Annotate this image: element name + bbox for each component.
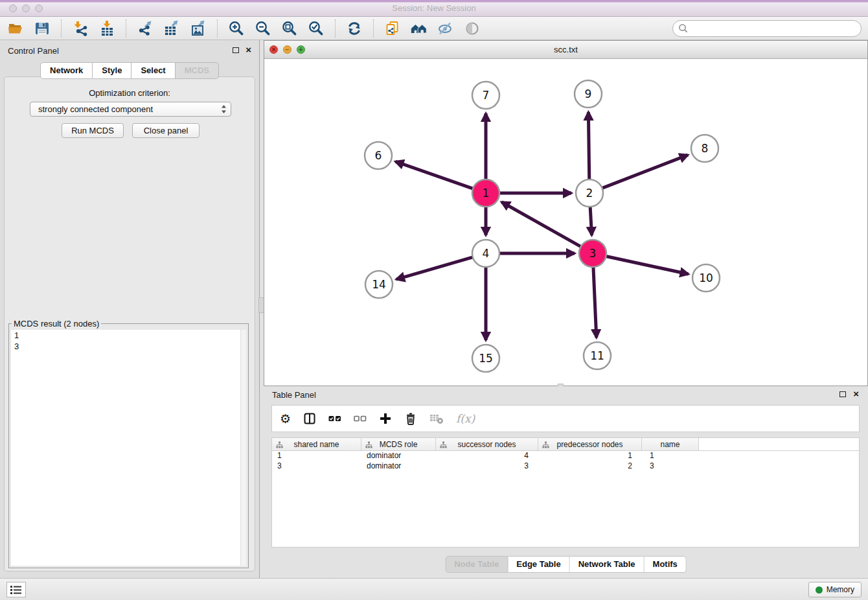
mcds-result-legend: MCDS result (2 nodes): [12, 319, 101, 329]
memory-button[interactable]: Memory: [808, 582, 862, 597]
function-builder-icon: f(x): [456, 412, 475, 425]
edge-3-1[interactable]: [501, 202, 580, 247]
tab-node-table[interactable]: Node Table: [445, 556, 508, 573]
mcds-result-item: 1: [11, 330, 246, 341]
column-label: shared name: [293, 440, 339, 449]
tab-select[interactable]: Select: [131, 62, 175, 79]
graph-node-label-1: 1: [483, 187, 490, 200]
result-scrollbar[interactable]: [240, 330, 246, 566]
run-mcds-button[interactable]: Run MCDS: [62, 123, 124, 138]
tab-motifs[interactable]: Motifs: [645, 556, 687, 573]
table-panel-tabs: Node Table Edge Table Network Table Moti…: [445, 556, 687, 573]
cell-predecessor-nodes[interactable]: 2: [538, 461, 642, 472]
open-session-icon[interactable]: [6, 19, 25, 38]
export-network-icon[interactable]: [136, 19, 154, 38]
tab-edge-table[interactable]: Edge Table: [508, 556, 569, 573]
float-panel-icon[interactable]: [233, 47, 239, 53]
cell-mcds-role[interactable]: dominator: [361, 461, 436, 472]
table-toolbar: ⚙: [271, 405, 860, 432]
status-bar: Memory: [0, 578, 868, 600]
close-panel-icon[interactable]: ×: [246, 45, 251, 54]
cell-shared-name[interactable]: 3: [272, 461, 361, 472]
save-session-icon[interactable]: [33, 19, 51, 38]
home-icon[interactable]: [410, 19, 428, 38]
criterion-value: strongly connected component: [38, 104, 221, 114]
edge-3-10[interactable]: [606, 256, 689, 274]
tab-style[interactable]: Style: [93, 62, 131, 79]
edge-4-14[interactable]: [396, 257, 473, 279]
toolbar-separator: [126, 19, 126, 38]
table-row[interactable]: 1 dominator 4 1 1: [272, 451, 859, 461]
graph-node-label-4: 4: [483, 247, 490, 260]
import-table-icon[interactable]: [98, 19, 116, 38]
import-network-icon[interactable]: [71, 19, 89, 38]
column-header-shared-name[interactable]: shared name: [272, 438, 361, 450]
edge-2-8[interactable]: [602, 155, 688, 188]
graph-node-label-14: 14: [372, 278, 386, 291]
tab-mcds[interactable]: MCDS: [176, 62, 219, 79]
toolbar-separator: [335, 19, 336, 38]
table-settings-icon[interactable]: ⚙: [280, 412, 291, 425]
export-image-icon[interactable]: [189, 19, 207, 38]
cell-shared-name[interactable]: 1: [272, 451, 361, 461]
network-window-title: scc.txt: [264, 45, 867, 54]
column-label: MCDS role: [380, 440, 418, 449]
network-canvas[interactable]: 1234678910111415: [264, 59, 867, 386]
task-history-button[interactable]: [6, 582, 26, 597]
graph-node-label-10: 10: [699, 271, 713, 284]
main-toolbar: [0, 17, 868, 40]
zoom-fit-icon[interactable]: [280, 19, 299, 38]
delete-column-icon[interactable]: [404, 412, 417, 426]
memory-label: Memory: [827, 585, 854, 594]
create-column-icon[interactable]: [379, 412, 392, 425]
hide-panels-icon[interactable]: [437, 19, 455, 38]
zoom-in-icon[interactable]: [227, 19, 246, 38]
close-panel-button[interactable]: Close panel: [132, 123, 200, 138]
cell-successor-nodes[interactable]: 3: [436, 461, 538, 472]
zoom-selected-icon[interactable]: [307, 19, 325, 38]
toolbar-separator: [61, 19, 62, 38]
cell-predecessor-nodes[interactable]: 1: [538, 451, 642, 461]
hierarchy-icon: [365, 441, 372, 448]
graph-node-label-8: 8: [702, 142, 709, 155]
search-input[interactable]: [689, 22, 861, 35]
select-all-columns-icon[interactable]: [328, 414, 341, 423]
edge-1-6[interactable]: [395, 161, 473, 189]
optimization-criterion-label: Optimization criterion:: [5, 88, 255, 98]
criterion-select[interactable]: strongly connected component: [30, 102, 231, 117]
app-title: Session: New Session: [0, 3, 868, 13]
hierarchy-icon: [276, 441, 283, 448]
show-columns-icon[interactable]: [303, 412, 316, 425]
cell-successor-nodes[interactable]: 4: [436, 451, 538, 461]
zoom-out-icon[interactable]: [254, 19, 272, 38]
refresh-icon[interactable]: [345, 19, 363, 38]
contrast-icon[interactable]: [463, 19, 481, 38]
column-label: name: [660, 440, 680, 449]
tab-network-table[interactable]: Network Table: [570, 556, 645, 573]
column-header-successor-nodes[interactable]: successor nodes: [436, 438, 538, 450]
edge-2-3[interactable]: [590, 207, 591, 235]
column-header-mcds-role[interactable]: MCDS role: [361, 438, 436, 450]
cell-mcds-role[interactable]: dominator: [361, 451, 436, 461]
edge-2-9[interactable]: [588, 112, 589, 179]
export-table-icon[interactable]: [163, 19, 181, 38]
network-graph-svg[interactable]: 1234678910111415: [264, 59, 867, 386]
column-header-predecessor-nodes[interactable]: predecessor nodes: [538, 438, 642, 450]
edge-3-11[interactable]: [593, 267, 597, 338]
deselect-all-columns-icon[interactable]: [354, 414, 367, 423]
cell-name[interactable]: 1: [642, 451, 699, 461]
duplicate-network-icon[interactable]: [383, 19, 402, 38]
mcds-tab-content: Optimization criterion: strongly connect…: [4, 76, 255, 571]
search-box[interactable]: [672, 20, 862, 37]
column-header-name[interactable]: name: [642, 438, 699, 450]
table-header-row: shared name MCDS role: [272, 438, 859, 451]
graph-node-label-15: 15: [479, 352, 493, 365]
float-table-panel-icon[interactable]: [839, 391, 846, 397]
cell-name[interactable]: 3: [642, 461, 699, 472]
table-row[interactable]: 3 dominator 3 2 3: [272, 461, 859, 472]
hierarchy-icon: [440, 441, 447, 448]
network-window-titlebar[interactable]: × − + scc.txt: [264, 41, 867, 59]
mcds-result-list[interactable]: 1 3: [11, 330, 246, 566]
tab-network[interactable]: Network: [40, 62, 93, 79]
close-table-panel-icon[interactable]: ×: [853, 389, 859, 398]
